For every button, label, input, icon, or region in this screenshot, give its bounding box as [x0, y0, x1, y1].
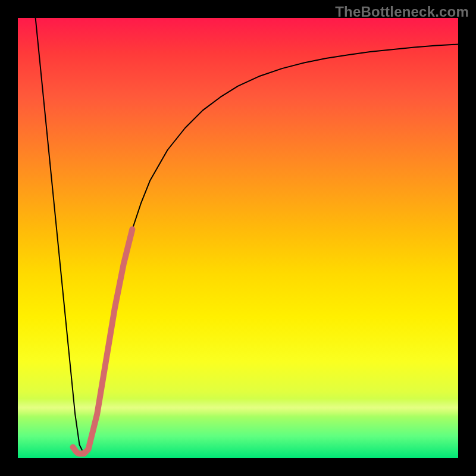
series-highlight-base: [73, 447, 84, 454]
series-highlight-segment: [84, 229, 132, 453]
watermark-text: TheBottleneck.com: [335, 4, 469, 20]
plot-area: [18, 18, 458, 458]
chart-svg: [18, 18, 458, 458]
chart-frame: TheBottleneck.com: [0, 0, 476, 476]
